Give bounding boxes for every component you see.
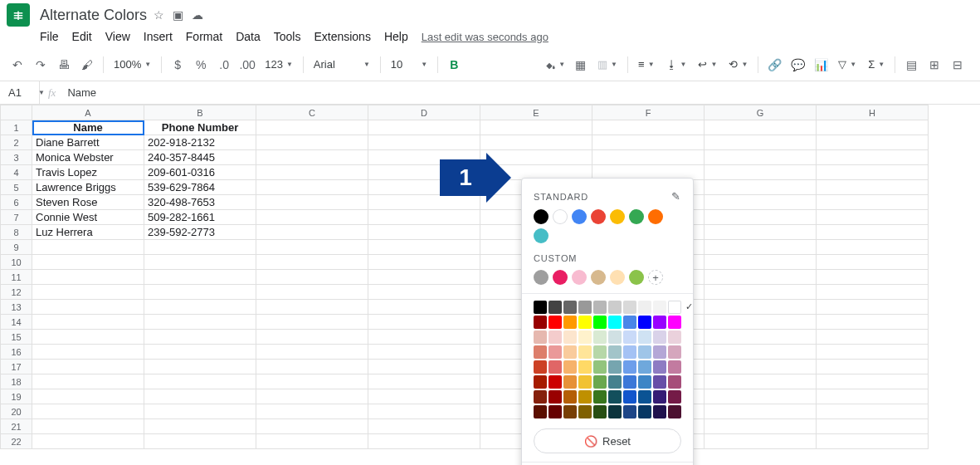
cell[interactable] <box>144 270 256 285</box>
cell[interactable] <box>256 225 368 240</box>
cell[interactable] <box>368 374 480 389</box>
color-swatch[interactable] <box>608 360 622 374</box>
row-header[interactable]: 22 <box>1 434 32 449</box>
column-header[interactable]: G <box>705 105 817 120</box>
color-swatch[interactable] <box>668 360 681 374</box>
color-swatch[interactable] <box>593 360 607 374</box>
color-swatch[interactable] <box>593 330 607 344</box>
cell[interactable] <box>705 120 817 135</box>
cell[interactable] <box>144 330 256 345</box>
cell[interactable] <box>256 285 368 300</box>
row-header[interactable]: 1 <box>1 120 32 135</box>
cell[interactable] <box>144 360 256 374</box>
cell[interactable] <box>256 135 368 150</box>
color-swatch[interactable] <box>610 209 625 224</box>
merge-dropdown[interactable]: ▥▼ <box>592 54 622 76</box>
color-swatch[interactable] <box>638 360 651 374</box>
column-header[interactable]: A <box>32 105 144 120</box>
color-swatch[interactable] <box>534 209 549 224</box>
column-header[interactable]: F <box>592 105 705 120</box>
cell[interactable] <box>144 434 256 449</box>
row-header[interactable]: 21 <box>1 419 32 434</box>
cell[interactable]: Lawrence Briggs <box>32 180 144 195</box>
row-header[interactable]: 3 <box>1 150 32 165</box>
color-swatch[interactable] <box>572 270 587 285</box>
cell[interactable] <box>32 419 144 434</box>
cell[interactable] <box>705 225 817 240</box>
percent-button[interactable]: % <box>190 54 212 76</box>
color-swatch[interactable] <box>593 301 607 314</box>
cell[interactable] <box>368 419 480 434</box>
color-swatch[interactable] <box>578 345 592 359</box>
cell[interactable]: Luz Herrera <box>32 225 144 240</box>
color-swatch[interactable] <box>593 390 607 404</box>
row-header[interactable]: 11 <box>1 270 32 285</box>
cell[interactable] <box>817 150 929 165</box>
cell[interactable] <box>256 270 368 285</box>
cell[interactable] <box>256 360 368 374</box>
menu-edit[interactable]: Edit <box>72 30 92 43</box>
cell[interactable] <box>368 360 480 374</box>
color-swatch[interactable] <box>572 209 587 224</box>
cell[interactable] <box>592 150 705 165</box>
currency-button[interactable]: $ <box>167 54 188 76</box>
cell[interactable] <box>256 210 368 225</box>
row-header[interactable]: 20 <box>1 404 32 419</box>
format-preset-dropdown[interactable]: 123▼ <box>260 54 298 76</box>
color-swatch[interactable] <box>534 405 547 418</box>
cell[interactable] <box>256 240 368 255</box>
color-swatch[interactable] <box>534 360 547 374</box>
cell[interactable] <box>705 255 817 270</box>
font-dropdown[interactable]: Arial▼ <box>309 54 375 76</box>
cell[interactable] <box>32 285 144 300</box>
color-swatch[interactable] <box>534 390 547 404</box>
color-swatch[interactable] <box>563 360 577 374</box>
cell[interactable]: Name <box>32 120 144 135</box>
cell[interactable] <box>32 240 144 255</box>
row-header[interactable]: 5 <box>1 180 32 195</box>
row-header[interactable]: 7 <box>1 210 32 225</box>
color-swatch[interactable] <box>653 405 666 418</box>
cell[interactable] <box>817 315 929 330</box>
cell[interactable] <box>144 374 256 389</box>
cell[interactable] <box>705 345 817 360</box>
undo-button[interactable]: ↶ <box>7 54 28 76</box>
row-header[interactable]: 19 <box>1 389 32 404</box>
cell[interactable] <box>144 389 256 404</box>
cell[interactable] <box>817 240 929 255</box>
cell[interactable] <box>256 150 368 165</box>
color-swatch[interactable] <box>553 209 568 224</box>
cell[interactable] <box>817 135 929 150</box>
color-swatch[interactable] <box>610 270 625 285</box>
row-header[interactable]: 14 <box>1 315 32 330</box>
color-swatch[interactable] <box>549 405 562 418</box>
color-swatch[interactable] <box>668 390 681 404</box>
cell[interactable] <box>144 345 256 360</box>
cell[interactable] <box>705 404 817 419</box>
color-swatch[interactable] <box>578 316 592 329</box>
color-swatch[interactable] <box>653 390 666 404</box>
cell[interactable] <box>817 270 929 285</box>
color-swatch[interactable] <box>549 375 562 389</box>
color-swatch[interactable] <box>668 345 681 359</box>
cell[interactable] <box>256 120 368 135</box>
cell[interactable]: Diane Barrett <box>32 135 144 150</box>
row-header[interactable]: 13 <box>1 300 32 315</box>
color-swatch[interactable] <box>638 345 651 359</box>
cell[interactable] <box>705 374 817 389</box>
cell[interactable] <box>817 300 929 315</box>
cell[interactable]: Travis Lopez <box>32 165 144 180</box>
cell[interactable] <box>368 270 480 285</box>
cell[interactable] <box>705 330 817 345</box>
color-swatch[interactable] <box>549 390 562 404</box>
print-button[interactable]: 🖶 <box>53 54 75 76</box>
color-swatch[interactable] <box>563 390 577 404</box>
color-swatch[interactable] <box>638 390 651 404</box>
cell[interactable] <box>368 240 480 255</box>
cell[interactable] <box>817 374 929 389</box>
color-swatch[interactable] <box>578 301 592 314</box>
color-swatch[interactable] <box>608 301 622 314</box>
rotate-dropdown[interactable]: ⟲▼ <box>724 54 753 76</box>
cell[interactable] <box>817 195 929 210</box>
column-header[interactable]: D <box>368 105 480 120</box>
